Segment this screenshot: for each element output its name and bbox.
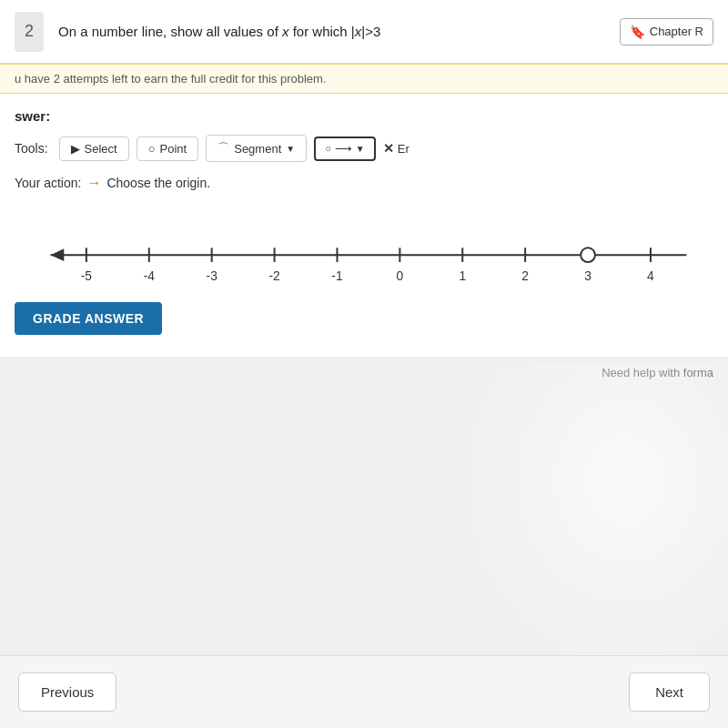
your-action-label: Your action: [15,176,81,190]
action-row: Your action: → Choose the origin. [15,175,713,191]
tools-row: Tools: ▶ Select ○ Point ⌒ Segment ▼ ○ ⟶ … [15,135,713,162]
svg-text:-3: -3 [207,269,218,283]
svg-text:0: 0 [397,269,404,283]
tools-label: Tools: [15,141,48,156]
bottom-nav: Previous Next [0,655,728,728]
svg-text:4: 4 [647,269,654,283]
nav-number: 2 [25,22,34,41]
x-icon: ✕ [383,141,394,156]
question-nav: 2 [15,12,44,52]
point-tool-button[interactable]: ○ Point [136,136,199,161]
action-arrow-icon: → [86,175,101,191]
svg-text:3: 3 [584,269,592,283]
grade-answer-label: GRADE ANSWER [33,311,144,326]
point-label: Point [160,142,187,156]
glare-overlay [473,364,728,655]
segment-tool-button[interactable]: ⌒ Segment ▼ [206,135,307,162]
next-label: Next [655,684,683,700]
top-bar: 2 On a number line, show all values of x… [0,0,728,64]
next-button[interactable]: Next [629,672,710,712]
svg-text:1: 1 [459,269,466,283]
erase-button[interactable]: ✕ Er [383,141,410,156]
ray-start-icon: ○ [325,143,331,154]
chapter-label: Chapter R [650,25,703,38]
svg-text:-4: -4 [144,269,156,283]
bookmark-icon: 🔖 [630,25,645,39]
answer-label: swer: [15,108,713,124]
cursor-icon: ▶ [71,142,80,156]
ray-dropdown-icon: ▼ [356,144,365,154]
help-text: Need help with forma [0,357,728,389]
svg-text:-1: -1 [331,269,342,283]
segment-label: Segment [234,142,281,156]
attempts-text: u have 2 attempts left to earn the full … [15,72,327,86]
attempts-bar: u have 2 attempts left to earn the full … [0,64,728,94]
answer-section: swer: Tools: ▶ Select ○ Point ⌒ Segment … [0,94,728,357]
ray-tool-button[interactable]: ○ ⟶ ▼ [314,136,376,161]
action-text: Choose the origin. [106,176,210,190]
svg-marker-1 [51,248,65,261]
svg-text:2: 2 [521,269,529,283]
previous-button[interactable]: Previous [18,672,116,712]
erase-label: Er [398,142,410,156]
select-label: Select [85,142,117,156]
svg-text:-2: -2 [268,269,279,283]
select-tool-button[interactable]: ▶ Select [59,136,129,161]
help-text-content: Need help with forma [602,366,713,379]
question-text: On a number line, show all values of x f… [58,22,605,41]
number-line-container[interactable]: -5 -4 -3 -2 -1 0 1 2 3 [15,209,713,291]
previous-label: Previous [41,684,94,700]
segment-dropdown-icon: ▼ [286,144,295,154]
chapter-button[interactable]: 🔖 Chapter R [620,18,713,46]
segment-icon: ⌒ [217,140,229,157]
svg-text:-5: -5 [81,269,93,283]
number-line-svg[interactable]: -5 -4 -3 -2 -1 0 1 2 3 [24,228,704,300]
grade-answer-button[interactable]: GRADE ANSWER [15,302,162,335]
ray-arrow-icon: ⟶ [335,142,352,156]
svg-point-20 [581,248,595,262]
point-icon: ○ [148,142,156,156]
